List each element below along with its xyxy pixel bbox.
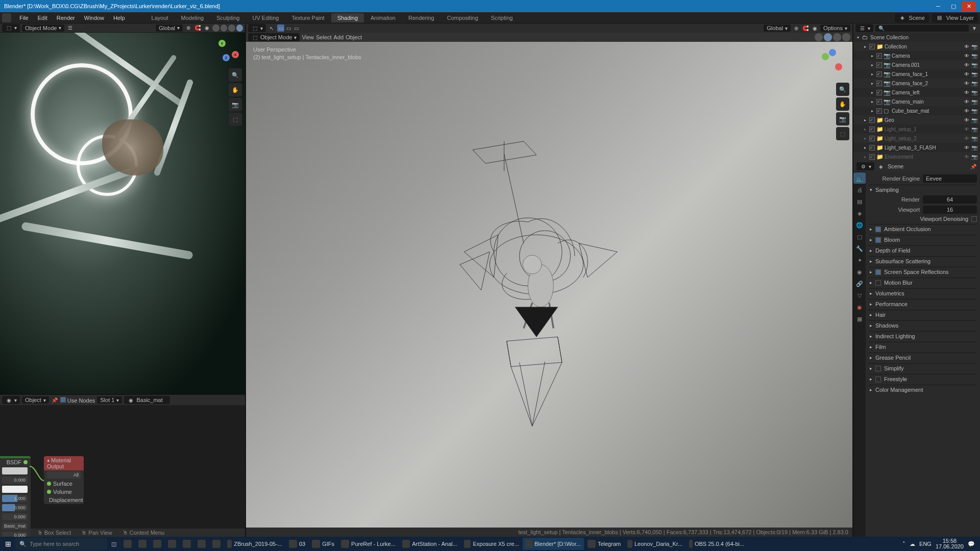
props-panel[interactable]: ▸Ambient Occlusion [869, 224, 977, 234]
taskbar-window[interactable]: ZBrush_2019-05-... [224, 538, 285, 550]
axis-z-icon[interactable] [829, 49, 836, 56]
pivot-icon[interactable]: ⊕ [793, 24, 800, 32]
pinned-app[interactable] [194, 538, 209, 550]
tool-icon[interactable]: ▭ [292, 24, 300, 32]
panel-enable-checkbox[interactable] [875, 227, 881, 232]
render-vis-icon[interactable]: 📷 [971, 116, 978, 123]
node-editor-type[interactable]: ◉▾ [2, 396, 20, 404]
menu-render[interactable]: Render [53, 13, 79, 22]
props-panel[interactable]: ▸Depth of Field [869, 245, 977, 255]
visibility-checkbox[interactable] [869, 154, 875, 160]
shading-rendered-icon[interactable] [236, 24, 243, 32]
taskbar-window[interactable]: Exposure X5 cre... [461, 538, 522, 550]
eye-icon[interactable]: 👁 [963, 107, 970, 114]
pan-icon[interactable]: ✋ [836, 97, 849, 111]
world-tab-icon[interactable]: 🌐 [853, 219, 866, 231]
pinned-app[interactable] [120, 538, 135, 550]
taskbar-window[interactable]: PureRef - Lurke... [338, 538, 399, 550]
snap-icon[interactable]: 🧲 [194, 24, 201, 32]
outliner-item[interactable]: ▸📁Environment👁📷 [853, 152, 980, 161]
node-canvas[interactable]: BSDF 0.000 1.000 0.500 0.000 Basic_mat 0… [0, 405, 245, 529]
visibility-checkbox[interactable] [876, 53, 882, 59]
eye-icon[interactable]: 👁 [963, 43, 970, 50]
props-panel[interactable]: ▸Screen Space Reflections [869, 267, 977, 277]
visibility-checkbox[interactable] [869, 127, 875, 132]
render-vis-icon[interactable]: 📷 [971, 52, 978, 59]
shading-wireframe-icon[interactable] [815, 33, 823, 41]
orientation-selector[interactable]: Global ▾ [156, 24, 183, 32]
axis-gizmo-center[interactable] [820, 49, 845, 74]
taskbar-window[interactable]: Leonov_Daria_Kr... [624, 538, 685, 550]
render-tab-icon[interactable]: 📺 [853, 172, 866, 184]
axis-y-icon[interactable] [822, 53, 829, 60]
perspective-icon[interactable]: ⬚ [836, 127, 849, 140]
shading-solid-icon[interactable] [824, 33, 832, 41]
visibility-checkbox[interactable] [869, 145, 875, 151]
properties-type[interactable]: ⚙▾ [856, 162, 874, 170]
visibility-checkbox[interactable] [869, 44, 875, 49]
overlays-icon[interactable]: ☰ [66, 24, 74, 32]
left-viewport-rendered[interactable]: X Y Z 🔍 ✋ 📷 ⬚ [0, 33, 245, 394]
eye-icon[interactable]: 👁 [963, 116, 970, 123]
modifier-tab-icon[interactable]: 🔧 [853, 243, 866, 254]
eye-icon[interactable]: 👁 [963, 135, 970, 142]
panel-enable-checkbox[interactable] [875, 366, 881, 371]
visibility-checkbox[interactable] [876, 71, 882, 77]
props-panel[interactable]: ▸Shadows [869, 320, 977, 330]
menu-file[interactable]: File [15, 13, 33, 22]
taskbar-window[interactable]: 03 [286, 538, 308, 550]
panel-enable-checkbox[interactable] [875, 237, 881, 243]
filter-icon[interactable]: ▼ [971, 24, 978, 32]
eye-icon[interactable]: 👁 [963, 89, 970, 96]
visibility-checkbox[interactable] [876, 90, 882, 95]
viewport-denoise-checkbox[interactable] [971, 216, 977, 222]
output-tab-icon[interactable]: 🖨 [853, 184, 866, 195]
material-tab-icon[interactable]: ◉ [853, 302, 866, 313]
constraint-tab-icon[interactable]: 🔗 [853, 278, 866, 289]
menu-window[interactable]: Window [80, 13, 108, 22]
taskbar-window[interactable]: Blender* [D:\Wor... [523, 538, 584, 550]
editor-type-selector[interactable]: ⬚▾ [2, 24, 20, 32]
outliner-item[interactable]: ▸📁Light_setup_2👁📷 [853, 134, 980, 143]
pivot-icon[interactable]: ⊕ [185, 24, 192, 32]
workspace-tab-animation[interactable]: Animation [364, 13, 402, 22]
material-selector[interactable]: ◉Basic_mat [124, 396, 170, 404]
node-bsdf[interactable]: BSDF 0.000 1.000 0.500 0.000 Basic_mat 0… [0, 456, 31, 540]
outliner-item[interactable]: ▸📁Geo👁📷 [853, 115, 980, 124]
props-panel[interactable]: ▸Motion Blur [869, 278, 977, 287]
options-btn[interactable]: Options ▾ [820, 24, 850, 32]
props-panel[interactable]: ▸Subsurface Scattering [869, 256, 977, 266]
workspace-tab-sculpting[interactable]: Sculpting [210, 13, 246, 22]
pin-icon[interactable]: 📌 [51, 396, 58, 404]
shading-matprev-icon[interactable] [833, 33, 841, 41]
render-vis-icon[interactable]: 📷 [971, 89, 978, 96]
workspace-tab-layout[interactable]: Layout [145, 13, 175, 22]
slot-selector[interactable]: Slot 1 ▾ [97, 396, 122, 404]
close-button[interactable]: ✕ [962, 1, 976, 11]
sampling-panel[interactable]: ▾Sampling [869, 185, 977, 194]
shading-rendered-icon[interactable] [842, 33, 850, 41]
workspace-tab-rendering[interactable]: Rendering [402, 13, 440, 22]
tool-icon[interactable]: ▭ [285, 24, 292, 32]
visibility-checkbox[interactable] [869, 117, 875, 123]
render-vis-icon[interactable]: 📷 [971, 43, 978, 50]
outliner-item[interactable]: ▸📷Camera_main👁📷 [853, 97, 980, 106]
node-material-output[interactable]: ● Material Output All Surface Volume Dis… [44, 456, 84, 504]
center-viewport[interactable]: User Perspective (2) test_light_setup | … [246, 42, 852, 528]
eye-icon[interactable]: 👁 [963, 144, 970, 151]
workspace-tab-uv editing[interactable]: UV Editing [246, 13, 285, 22]
visibility-checkbox[interactable] [876, 99, 882, 105]
eye-icon[interactable]: 👁 [963, 98, 970, 105]
snap-icon[interactable]: 🧲 [802, 24, 809, 32]
outliner-item[interactable]: ▸📷Camera_face_1👁📷 [853, 69, 980, 79]
props-panel[interactable]: ▸Grease Pencil [869, 353, 977, 362]
props-panel[interactable]: ▸Freestyle [869, 374, 977, 384]
physics-tab-icon[interactable]: ◉ [853, 266, 866, 278]
shading-solid-icon[interactable] [220, 24, 228, 32]
panel-enable-checkbox[interactable] [875, 269, 881, 275]
render-vis-icon[interactable]: 📷 [971, 98, 978, 105]
render-vis-icon[interactable]: 📷 [971, 107, 978, 114]
pin-icon[interactable]: 📌 [970, 163, 977, 170]
axis-gizmo[interactable]: X Y Z [214, 38, 240, 63]
outliner-item[interactable]: ▸▢Cube_base_mat👁📷 [853, 106, 980, 115]
